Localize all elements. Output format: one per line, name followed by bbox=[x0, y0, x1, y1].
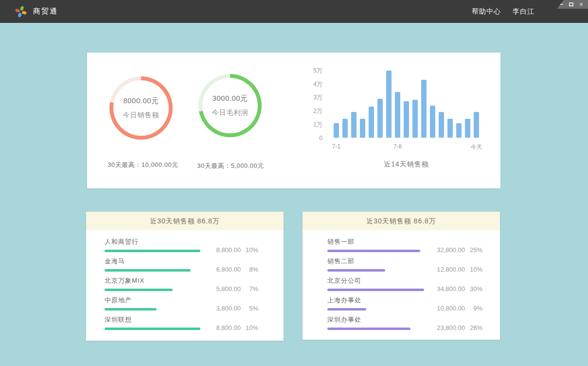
bar bbox=[369, 107, 374, 138]
rank-item-bar bbox=[105, 289, 173, 291]
bar bbox=[430, 106, 435, 138]
rank-item-pct: 5% bbox=[241, 305, 258, 312]
bar bbox=[439, 112, 444, 138]
overview-card: 8000.00元 今日销售额 30天最高：10,000.00元 3000.00元… bbox=[87, 53, 500, 188]
rank-item-bar bbox=[105, 250, 200, 252]
title-bar: 商贸通 帮助中心 李白江 × bbox=[0, 0, 588, 23]
rank-item-value: 10,800.00 bbox=[426, 305, 465, 312]
bar bbox=[404, 101, 409, 138]
rank-item-pct: 26% bbox=[465, 324, 482, 331]
bar-chart-x-axis: 7-17-8今天 bbox=[334, 143, 479, 150]
today-sales-label: 今日销售额 bbox=[123, 111, 160, 120]
bar bbox=[456, 123, 462, 138]
app-logo-pinwheel-icon bbox=[15, 5, 27, 18]
rank-item-bar bbox=[105, 328, 200, 330]
rank-item-bar bbox=[327, 289, 424, 291]
rank-item-value: 12,800.00 bbox=[426, 266, 465, 273]
rank-row: 北京分公司34,800.0030% bbox=[327, 276, 482, 296]
y-tick-label: 2万 bbox=[313, 108, 322, 114]
rank-row: 销售二部12,800.0010% bbox=[327, 257, 482, 276]
minimize-icon[interactable] bbox=[558, 1, 564, 7]
rank-row: 上海办事处10,800.009% bbox=[327, 296, 482, 315]
rank-item-name: 北京分公司 bbox=[327, 276, 482, 285]
rank-item-value: 34,800.00 bbox=[426, 285, 465, 293]
bar-chart-bars bbox=[334, 70, 479, 138]
rank-item-name: 北京万象MIX bbox=[105, 276, 258, 285]
bar bbox=[412, 100, 418, 138]
rank-item-bar bbox=[327, 328, 410, 330]
y-tick-label: 1万 bbox=[313, 121, 322, 128]
customer-rank-title: 近30天销售额 86.8万 bbox=[86, 212, 284, 230]
rank-item-name: 人和商贸行 bbox=[105, 238, 258, 246]
bar bbox=[474, 112, 479, 138]
department-rank-card: 近30天销售额 86.8万 销售一部32,800.0025%销售二部12,800… bbox=[303, 212, 500, 340]
y-tick-label: 5万 bbox=[313, 67, 322, 74]
rank-item-bar bbox=[105, 308, 157, 311]
bar bbox=[342, 119, 348, 138]
maximize-icon[interactable] bbox=[568, 1, 574, 7]
rank-item-pct: 25% bbox=[465, 246, 482, 254]
close-icon[interactable]: × bbox=[578, 1, 584, 7]
rank-item-value: 8,800.00 bbox=[202, 324, 241, 331]
rank-item-name: 销售二部 bbox=[327, 257, 482, 266]
rank-item-pct: 10% bbox=[241, 246, 258, 254]
bar bbox=[377, 99, 383, 138]
rank-item-name: 中原地产 bbox=[105, 296, 258, 305]
bar bbox=[395, 92, 400, 138]
y-tick-label: 0 bbox=[319, 135, 322, 142]
rank-row: 人和商贸行8,800.0010% bbox=[105, 238, 258, 257]
rank-item-name: 上海办事处 bbox=[327, 296, 482, 305]
x-tick-label: 7-1 bbox=[332, 143, 340, 150]
help-center-link[interactable]: 帮助中心 bbox=[472, 7, 501, 16]
user-menu[interactable]: 李白江 bbox=[513, 7, 535, 16]
today-profit-value: 3000.00元 bbox=[212, 94, 248, 103]
bar-chart-title: 近14天销售额 bbox=[334, 160, 479, 169]
rank-item-pct: 9% bbox=[465, 305, 482, 312]
rank-item-pct: 10% bbox=[241, 324, 258, 331]
y-tick-label: 3万 bbox=[313, 94, 322, 101]
bar bbox=[351, 112, 356, 138]
window-controls: × bbox=[557, 0, 588, 9]
rank-item-name: 金海马 bbox=[105, 257, 258, 266]
rank-item-name: 深圳联想 bbox=[105, 315, 258, 324]
rank-item-bar bbox=[105, 269, 191, 272]
rank-item-bar bbox=[327, 308, 366, 311]
rank-item-pct: 8% bbox=[241, 266, 258, 273]
today-sales-donut: 8000.00元 今日销售额 bbox=[109, 76, 173, 140]
rank-item-pct: 7% bbox=[241, 285, 258, 293]
bar bbox=[421, 80, 427, 138]
today-profit-30day-max: 30天最高：5,000.00元 bbox=[175, 162, 286, 170]
department-rank-title: 近30天销售额 86.8万 bbox=[303, 212, 500, 230]
rank-row: 中原地产3,800.005% bbox=[105, 296, 258, 315]
today-sales-value: 8000.00元 bbox=[123, 96, 159, 106]
x-tick-label: 7-8 bbox=[393, 143, 402, 150]
customer-rank-card: 近30天销售额 86.8万 人和商贸行8,800.0010%金海马6,800.0… bbox=[86, 212, 284, 341]
rank-item-name: 销售一部 bbox=[327, 238, 482, 246]
bar-chart-y-axis: 5万4万3万2万1万0 bbox=[296, 53, 322, 150]
rank-row: 深圳联想8,800.0010% bbox=[105, 315, 258, 335]
rank-item-bar bbox=[327, 269, 385, 272]
customer-rank-list: 人和商贸行8,800.0010%金海马6,800.008%北京万象MIX5,80… bbox=[86, 230, 284, 335]
rank-item-name: 深圳办事处 bbox=[327, 315, 482, 324]
rank-item-value: 32,800.00 bbox=[426, 246, 465, 254]
bar bbox=[360, 119, 365, 138]
bar bbox=[447, 119, 453, 138]
rank-row: 销售一部32,800.0025% bbox=[327, 238, 482, 257]
department-rank-list: 销售一部32,800.0025%销售二部12,800.0010%北京分公司34,… bbox=[303, 230, 500, 335]
today-profit-donut: 3000.00元 今日毛利润 bbox=[198, 74, 262, 137]
rank-item-pct: 30% bbox=[465, 285, 482, 293]
bar bbox=[465, 119, 470, 138]
rank-item-value: 3,800.00 bbox=[202, 305, 241, 312]
today-profit-label: 今日毛利润 bbox=[212, 109, 249, 117]
rank-item-value: 8,800.00 bbox=[202, 246, 241, 254]
x-tick-label: 今天 bbox=[471, 143, 482, 151]
y-tick-label: 4万 bbox=[313, 81, 322, 88]
rank-item-value: 5,800.00 bbox=[202, 285, 241, 293]
rank-item-pct: 10% bbox=[465, 266, 482, 273]
rank-row: 金海马6,800.008% bbox=[105, 257, 258, 276]
rank-row: 深圳办事处23,800.0026% bbox=[327, 315, 482, 335]
rank-item-value: 23,800.00 bbox=[426, 324, 465, 331]
rank-row: 北京万象MIX5,800.007% bbox=[105, 276, 258, 296]
bar bbox=[386, 71, 392, 138]
rank-item-bar bbox=[327, 250, 420, 252]
